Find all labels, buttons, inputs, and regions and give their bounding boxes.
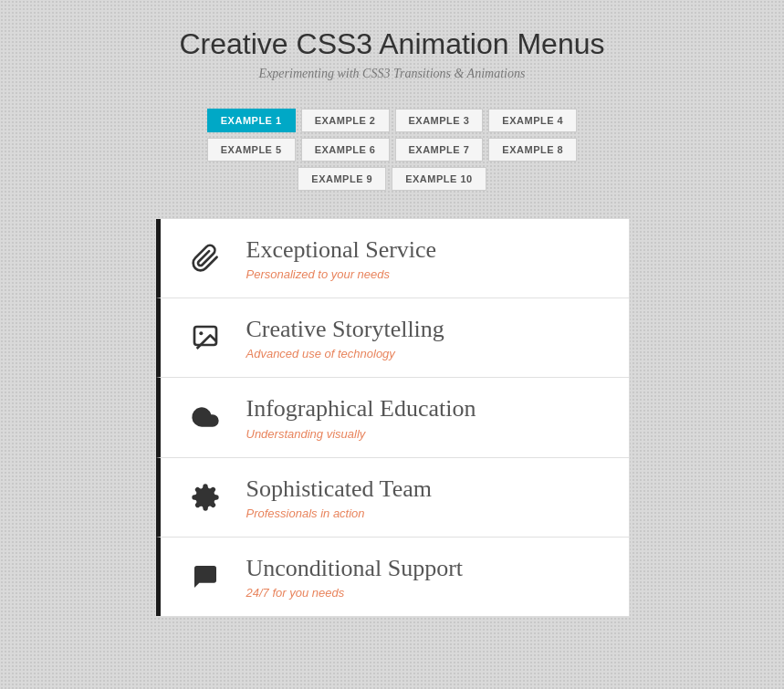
image-icon [183,315,228,360]
menu-text-creative-storytelling: Creative Storytelling Advanced use of te… [246,315,444,360]
tab-example3[interactable]: EXAMPLE 3 [395,109,484,132]
svg-rect-0 [194,327,216,345]
menu-item-creative-storytelling[interactable]: Creative Storytelling Advanced use of te… [156,298,629,378]
tab-example8[interactable]: EXAMPLE 8 [488,138,577,162]
cloud-icon [183,394,228,440]
tab-example6[interactable]: EXAMPLE 6 [301,138,390,162]
menu-subtitle-creative-storytelling: Advanced use of technology [246,347,444,360]
tabs-row-3: EXAMPLE 9 EXAMPLE 10 [298,167,486,191]
tab-example7[interactable]: EXAMPLE 7 [395,138,484,162]
gear-icon [183,475,228,520]
tab-example4[interactable]: EXAMPLE 4 [488,109,577,132]
paperclip-icon [183,235,228,281]
svg-point-1 [199,332,203,336]
menu-item-infographical-education[interactable]: Infographical Education Understanding vi… [156,378,629,457]
menu-title-unconditional-support: Unconditional Support [246,554,464,582]
page-title: Creative CSS3 Animation Menus [180,27,605,61]
menu-text-sophisticated-team: Sophisticated Team Professionals in acti… [246,475,433,520]
menu-title-sophisticated-team: Sophisticated Team [246,475,433,503]
menu-container: Exceptional Service Personalized to your… [155,218,630,617]
menu-title-creative-storytelling: Creative Storytelling [246,315,444,343]
menu-subtitle-sophisticated-team: Professionals in action [246,506,433,520]
tab-example9[interactable]: EXAMPLE 9 [298,167,386,191]
menu-item-exceptional-service[interactable]: Exceptional Service Personalized to your… [156,219,629,298]
menu-subtitle-infographical-education: Understanding visually [246,427,476,441]
tab-example1[interactable]: EXAMPLE 1 [207,109,296,132]
page-subtitle: Experimenting with CSS3 Transitions & An… [259,67,526,81]
menu-text-infographical-education: Infographical Education Understanding vi… [246,394,476,440]
tab-example5[interactable]: EXAMPLE 5 [207,138,296,162]
tabs-container: EXAMPLE 1 EXAMPLE 2 EXAMPLE 3 EXAMPLE 4 … [207,109,577,191]
tabs-row-2: EXAMPLE 5 EXAMPLE 6 EXAMPLE 7 EXAMPLE 8 [207,138,577,162]
tabs-row-1: EXAMPLE 1 EXAMPLE 2 EXAMPLE 3 EXAMPLE 4 [207,109,577,132]
menu-item-unconditional-support[interactable]: Unconditional Support 24/7 for you needs [156,538,629,616]
chat-icon [183,554,228,600]
menu-title-exceptional-service: Exceptional Service [246,235,437,264]
menu-text-unconditional-support: Unconditional Support 24/7 for you needs [246,554,464,600]
menu-subtitle-unconditional-support: 24/7 for you needs [246,586,464,600]
menu-item-sophisticated-team[interactable]: Sophisticated Team Professionals in acti… [156,458,629,538]
menu-subtitle-exceptional-service: Personalized to your needs [246,267,437,281]
menu-title-infographical-education: Infographical Education [246,394,476,423]
tab-example10[interactable]: EXAMPLE 10 [392,167,486,191]
menu-text-exceptional-service: Exceptional Service Personalized to your… [246,235,437,281]
tab-example2[interactable]: EXAMPLE 2 [301,109,390,132]
